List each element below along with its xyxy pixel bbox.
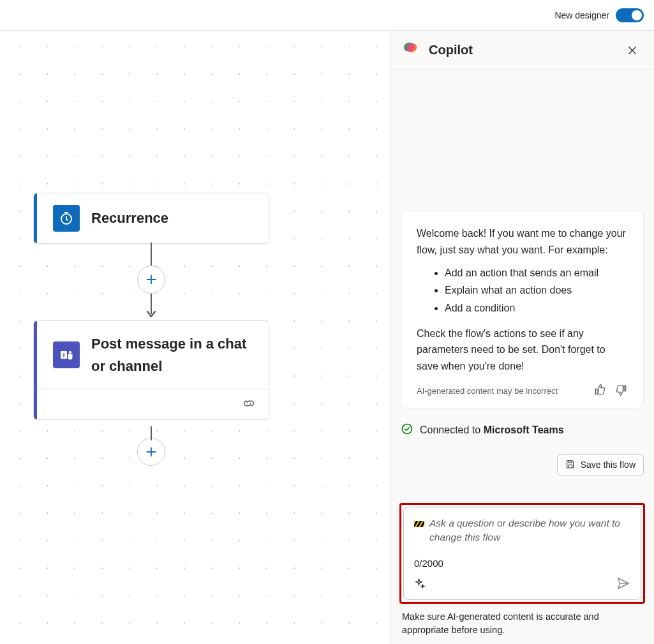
status-target: Microsoft Teams [484, 424, 564, 435]
svg-point-4 [403, 424, 412, 433]
teams-icon: T [53, 341, 80, 368]
thumbs-down-button[interactable] [615, 384, 628, 399]
message-outro: Check the flow's actions to see if any p… [417, 326, 628, 375]
close-button[interactable] [622, 40, 643, 61]
sparkle-icon[interactable] [414, 578, 426, 592]
feedback-buttons [593, 384, 628, 399]
node-body: Recurrence [34, 193, 269, 243]
input-top: Ask a question or describe how you want … [414, 516, 630, 545]
message-suggestions: Add an action that sends an email Explai… [417, 264, 628, 317]
status-prefix: Connected to [420, 424, 484, 435]
suggestion-item: Add a condition [445, 299, 628, 317]
save-row: Save this flow [401, 454, 644, 476]
node-footer [34, 389, 269, 419]
copilot-panel: Copilot Welcome back! If you want me to … [390, 31, 654, 644]
ai-disclaimer: AI-generated content may be incorrect [417, 386, 558, 396]
connector-line [151, 426, 152, 440]
save-label: Save this flow [581, 460, 635, 470]
copilot-body: Welcome back! If you want me to change y… [390, 70, 654, 495]
char-counter: 0/2000 [414, 558, 630, 569]
send-button[interactable] [616, 576, 630, 593]
toggle-knob [632, 10, 642, 20]
flow-canvas[interactable]: Recurrence T Post message in a chat or c… [0, 31, 390, 644]
copilot-header: Copilot [390, 31, 654, 70]
node-title: Post message in a chat or channel [91, 333, 256, 377]
suggestion-item: Explain what an action does [445, 281, 628, 299]
node-accent-bar [34, 193, 37, 243]
new-designer-toggle[interactable] [616, 8, 644, 22]
suggestion-item: Add an action that sends an email [445, 264, 628, 281]
new-designer-toggle-group: New designer [554, 8, 644, 22]
svg-text:T: T [62, 352, 66, 359]
node-accent-bar [34, 321, 37, 419]
save-flow-button[interactable]: Save this flow [557, 454, 644, 476]
connection-status: Connected to Microsoft Teams [401, 423, 644, 438]
copilot-input[interactable]: Ask a question or describe how you want … [403, 507, 641, 600]
node-body: T Post message in a chat or channel [34, 321, 269, 389]
new-designer-label: New designer [554, 10, 609, 20]
input-placeholder: Ask a question or describe how you want … [429, 516, 630, 545]
check-circle-icon [401, 423, 413, 438]
add-step-button[interactable] [137, 438, 165, 466]
node-title: Recurrence [91, 207, 168, 229]
svg-point-3 [69, 351, 71, 354]
copilot-logo-icon [402, 40, 421, 61]
input-footer [414, 576, 630, 593]
save-icon [565, 459, 576, 471]
clock-icon [53, 205, 80, 232]
construction-icon [414, 518, 424, 530]
copilot-input-highlight: Ask a question or describe how you want … [399, 503, 645, 604]
message-footer: AI-generated content may be incorrect [417, 384, 628, 399]
copilot-message-card: Welcome back! If you want me to change y… [401, 211, 644, 408]
message-intro: Welcome back! If you want me to change y… [417, 225, 628, 258]
link-icon[interactable] [242, 396, 256, 413]
copilot-title: Copilot [429, 43, 614, 57]
arrow-down-icon [146, 309, 156, 322]
thumbs-up-button[interactable] [593, 384, 606, 399]
main: Recurrence T Post message in a chat or c… [0, 31, 654, 644]
flow-node-post-message[interactable]: T Post message in a chat or channel [33, 320, 269, 420]
flow-node-recurrence[interactable]: Recurrence [33, 193, 269, 244]
status-text: Connected to Microsoft Teams [420, 424, 564, 436]
copilot-footnote: Make sure AI-generated content is accura… [390, 608, 654, 645]
top-bar: New designer [0, 0, 654, 31]
add-step-button[interactable] [137, 266, 165, 294]
